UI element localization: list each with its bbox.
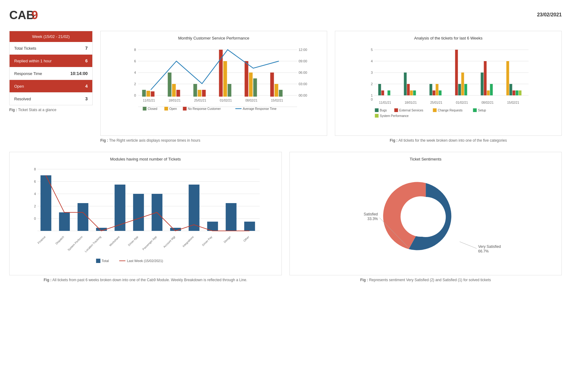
- main-grid: Week (15/02 - 21/02) Total Tickets 7 Rep…: [9, 31, 562, 143]
- weekly-chart-svg: 5 4 3 2 1 0 11/01/21 18/01/21 25/01/21 0…: [340, 44, 557, 130]
- svg-text:08/02/21: 08/02/21: [481, 101, 494, 104]
- svg-text:6: 6: [134, 59, 136, 63]
- svg-text:15/02/21: 15/02/21: [271, 99, 283, 102]
- svg-text:Driver Pay: Driver Pay: [202, 235, 213, 247]
- svg-text:12:00: 12:00: [299, 48, 307, 52]
- weekly-chart-box: Analysis of the tickets for last 6 Weeks…: [335, 31, 562, 136]
- svg-rect-99: [394, 108, 398, 112]
- svg-rect-94: [513, 90, 515, 95]
- svg-text:1: 1: [371, 94, 373, 97]
- stats-card: Week (15/02 - 21/02) Total Tickets 7 Rep…: [9, 31, 93, 143]
- svg-rect-87: [481, 73, 484, 95]
- svg-rect-30: [194, 84, 197, 97]
- monthly-chart-caption: Fig : The Right verticle axis displays r…: [100, 138, 327, 143]
- svg-text:Integrations: Integrations: [182, 235, 194, 248]
- svg-rect-96: [519, 90, 522, 95]
- replied-value: 6: [85, 58, 88, 63]
- svg-rect-80: [439, 90, 442, 95]
- svg-rect-40: [275, 84, 278, 97]
- svg-rect-25: [147, 91, 150, 97]
- monthly-chart-container: Monthly Customer Service Performance 8 6…: [100, 31, 327, 143]
- svg-text:Other: Other: [243, 235, 250, 242]
- svg-rect-70: [388, 90, 390, 95]
- svg-rect-90: [490, 84, 493, 95]
- svg-text:25/01/21: 25/01/21: [430, 101, 442, 104]
- svg-rect-126: [189, 185, 199, 231]
- sentiments-chart-box: Ticket Sentiments: [290, 152, 562, 275]
- svg-rect-68: [381, 90, 384, 95]
- sentiments-container: Ticket Sentiments: [290, 152, 562, 282]
- svg-text:Setup: Setup: [478, 109, 486, 112]
- weekly-chart-caption: Fig : All tickets for the week broken do…: [335, 138, 562, 143]
- svg-text:8: 8: [34, 167, 36, 171]
- svg-text:18/01/21: 18/01/21: [169, 99, 181, 102]
- svg-rect-72: [404, 73, 407, 95]
- svg-text:Last Week (15/02/2021): Last Week (15/02/2021): [127, 259, 163, 263]
- sentiments-chart-svg: Satisfied 33.3% Very Satisfied 66.7%: [294, 165, 557, 269]
- svg-text:3: 3: [371, 71, 373, 74]
- modules-chart-box: Modules having most number of Tickets 8 …: [9, 152, 282, 275]
- svg-rect-38: [253, 78, 257, 97]
- svg-rect-79: [436, 84, 439, 95]
- svg-rect-78: [433, 90, 436, 95]
- svg-rect-44: [165, 107, 168, 111]
- svg-text:Change Requests: Change Requests: [438, 109, 463, 112]
- svg-text:0: 0: [34, 217, 36, 220]
- svg-rect-97: [375, 108, 379, 112]
- total-tickets-label: Total Tickets: [14, 46, 36, 51]
- svg-text:Workshare: Workshare: [109, 235, 120, 247]
- svg-text:Total: Total: [102, 259, 109, 263]
- svg-text:18/01/21: 18/01/21: [405, 101, 417, 104]
- svg-rect-142: [96, 259, 100, 263]
- svg-text:4: 4: [371, 59, 373, 63]
- svg-text:System Performance: System Performance: [380, 114, 409, 118]
- modules-chart-svg: 8 6 4 2 0: [14, 165, 277, 269]
- svg-text:Satisfied: Satisfied: [364, 212, 378, 216]
- svg-text:4: 4: [34, 192, 36, 196]
- svg-text:Closed: Closed: [148, 107, 157, 111]
- svg-rect-83: [458, 84, 461, 95]
- sentiments-chart-caption: Fig : Represents sentiment Very Satisfie…: [290, 278, 562, 282]
- svg-rect-129: [244, 222, 255, 231]
- header: CAB 9 23/02/2021: [9, 6, 562, 23]
- modules-chart-container: Modules having most number of Tickets 8 …: [9, 152, 282, 282]
- svg-text:Dispatch: Dispatch: [55, 235, 65, 245]
- svg-rect-67: [378, 84, 381, 95]
- svg-rect-74: [410, 90, 413, 95]
- page: CAB 9 23/02/2021 Week (15/02 - 21/02) To…: [0, 0, 571, 392]
- svg-text:11/01/21: 11/01/21: [379, 101, 391, 104]
- svg-rect-24: [142, 90, 146, 97]
- svg-rect-128: [226, 203, 236, 231]
- modules-chart-title: Modules having most number of Tickets: [14, 157, 277, 161]
- svg-point-146: [406, 197, 446, 237]
- weekly-chart-title: Analysis of the tickets for last 6 Weeks: [340, 36, 557, 40]
- svg-rect-103: [473, 108, 477, 112]
- logo-svg: CAB 9: [9, 6, 40, 23]
- svg-text:Open: Open: [169, 107, 177, 111]
- open-label: Open: [14, 84, 24, 89]
- svg-text:00:00: 00:00: [299, 94, 307, 97]
- svg-text:No Response Customer: No Response Customer: [188, 107, 221, 111]
- svg-text:Location Tracking: Location Tracking: [84, 235, 102, 253]
- svg-rect-84: [461, 73, 464, 95]
- svg-text:33.3%: 33.3%: [367, 217, 378, 221]
- svg-text:03:00: 03:00: [299, 82, 307, 86]
- svg-rect-120: [77, 203, 88, 231]
- svg-text:01/02/21: 01/02/21: [220, 99, 232, 102]
- svg-text:Driver App: Driver App: [127, 235, 139, 247]
- svg-text:25/01/21: 25/01/21: [194, 99, 206, 102]
- svg-rect-26: [151, 91, 155, 97]
- stats-resolved: Resolved 3: [10, 93, 92, 105]
- svg-rect-31: [198, 90, 202, 97]
- stats-total-tickets: Total Tickets 7: [10, 42, 92, 55]
- svg-text:System Perform: System Perform: [67, 235, 83, 252]
- svg-text:CAB: CAB: [9, 9, 35, 22]
- stats-header: Week (15/02 - 21/02): [10, 31, 92, 42]
- svg-text:4: 4: [134, 71, 136, 74]
- modules-chart-caption: Fig : All tickets from past 6 weeks brok…: [9, 278, 282, 282]
- logo: CAB 9: [9, 6, 40, 23]
- svg-rect-92: [506, 61, 509, 95]
- svg-rect-46: [183, 107, 187, 111]
- svg-text:Design: Design: [223, 235, 231, 244]
- svg-rect-88: [484, 61, 487, 95]
